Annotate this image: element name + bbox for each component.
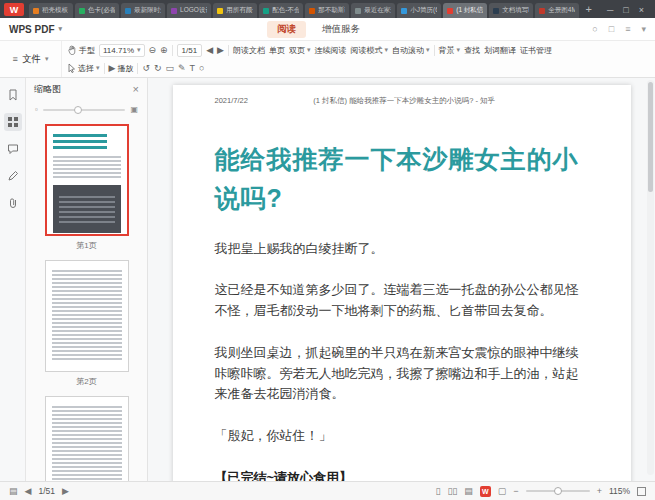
single-page-button[interactable]: 单页	[269, 45, 285, 56]
previous-page-icon[interactable]: ◀	[25, 487, 32, 496]
thumbnail-large-icon[interactable]: ▣	[130, 105, 138, 114]
play-button[interactable]: ▶ 播放	[109, 63, 134, 74]
zoom-slider[interactable]	[526, 490, 590, 492]
certificate-manager-button[interactable]: 证书管理	[520, 45, 552, 56]
two-page-view-icon[interactable]: ▯▯	[447, 487, 457, 496]
document-tab[interactable]: 色卡(必备的)	[75, 3, 119, 18]
tab-label: LOGO设计(1)	[180, 6, 207, 15]
single-page-view-icon[interactable]: ▯	[435, 487, 440, 496]
text-tool-icon[interactable]: T	[190, 64, 196, 73]
document-canvas[interactable]: 2021/7/22 (1 封私信) 能给我推荐一下本沙雕女主的小说吗? - 知乎…	[148, 78, 655, 481]
app-bar-actions: ○ □ ≡ ▾	[592, 24, 646, 34]
document-tab[interactable]: 最近在家这样	[351, 3, 395, 18]
thumbnail-page-3[interactable]	[45, 396, 129, 481]
vertical-scrollbar[interactable]	[647, 80, 654, 475]
thumbnail-page-2[interactable]	[45, 260, 129, 372]
chevron-down-icon: ▾	[45, 55, 49, 63]
paragraph: 这已经是不知道第多少回了。连端着三选一托盘的孙公公都见怪不怪，眉毛都没动一下地将…	[215, 280, 589, 322]
panel-close-button[interactable]: ×	[133, 84, 139, 95]
highlight-tool-icon[interactable]: ▭	[166, 64, 175, 73]
slider-knob[interactable]	[74, 106, 82, 114]
notification-icon[interactable]: ○	[592, 24, 597, 34]
tab-favicon	[33, 8, 39, 14]
document-tab[interactable]: LOGO设计(1)	[167, 3, 211, 18]
read-aloud-button[interactable]: 朗读文档	[233, 45, 265, 56]
tab-value-services[interactable]: 增值服务	[312, 21, 370, 38]
annotate-tool-icon[interactable]: ✎	[178, 64, 186, 73]
thumbnail-preview	[53, 154, 121, 180]
thumbnail-size-slider[interactable]	[43, 109, 126, 111]
document-tab[interactable]: 那不勒斯画廊	[305, 3, 349, 18]
document-tab[interactable]: 全景图4MPEG	[535, 3, 579, 18]
tab-favicon	[355, 8, 361, 14]
zoom-level-select[interactable]: 114.71% ▾	[99, 44, 145, 57]
layout-icon[interactable]: □	[609, 24, 614, 34]
document-tab[interactable]: 小J简历(6)	[397, 3, 441, 18]
translate-button[interactable]: 划词翻译	[484, 45, 516, 56]
next-page-icon[interactable]: ▶	[217, 46, 224, 55]
rotate-right-icon[interactable]: ↻	[154, 64, 162, 73]
scrollbar-thumb[interactable]	[648, 82, 653, 192]
close-button[interactable]: ×	[639, 5, 644, 15]
zoom-slider-knob[interactable]	[554, 487, 562, 495]
zoom-in-icon[interactable]: +	[597, 487, 602, 496]
document-tab[interactable]: 最新限时免费	[121, 3, 165, 18]
document-tab[interactable]: 稻壳模板	[29, 3, 73, 18]
find-button[interactable]: 查找	[464, 45, 480, 56]
thumbnails-panel: 缩略图 × ▫ ▣ 第1页 第2页	[26, 78, 148, 481]
wps-play-icon[interactable]: W	[480, 486, 491, 497]
app-menu[interactable]: WPS PDF ▾	[9, 24, 62, 35]
bookmarks-panel-button[interactable]	[4, 86, 22, 104]
signature-panel-button[interactable]	[4, 167, 22, 185]
document-tab[interactable]: 配色-不会配色	[259, 3, 303, 18]
page-header-title: (1 封私信) 能给我推荐一下本沙雕女主的小说吗? - 知乎	[248, 96, 589, 106]
more-menu-icon[interactable]: ≡	[625, 24, 630, 34]
previous-page-icon[interactable]: ◀	[206, 46, 213, 55]
document-tab[interactable]: 文档填写Fam	[489, 3, 533, 18]
continuous-view-icon[interactable]: ▤	[464, 487, 473, 496]
chevron-down-icon: ▾	[307, 46, 311, 54]
shape-tool-icon[interactable]: ○	[199, 64, 204, 73]
thumbnails-panel-button[interactable]	[4, 113, 22, 131]
new-tab-button[interactable]: +	[585, 4, 591, 15]
read-mode-button[interactable]: 阅读模式▾	[351, 45, 389, 56]
background-label: 背景	[439, 45, 455, 56]
document-tab[interactable]: 用所有颜色的	[213, 3, 257, 18]
pen-icon	[7, 170, 19, 182]
read-mode-icon[interactable]: ▢	[498, 487, 507, 496]
background-button[interactable]: 背景▾	[439, 45, 461, 56]
two-page-button[interactable]: 双页▾	[289, 45, 311, 56]
comments-panel-button[interactable]	[4, 140, 22, 158]
attachments-panel-button[interactable]	[4, 194, 22, 212]
page-number-box[interactable]: 1/51	[177, 44, 203, 57]
minimize-button[interactable]: ─	[607, 5, 613, 15]
zoom-out-icon[interactable]: −	[513, 487, 518, 496]
next-page-icon[interactable]: ▶	[62, 487, 69, 496]
thumbnail-page-1[interactable]	[45, 124, 129, 236]
collapse-ribbon-icon[interactable]: ▾	[641, 24, 646, 34]
fullscreen-icon[interactable]	[637, 487, 646, 496]
tab-reading[interactable]: 阅读	[267, 21, 306, 38]
hamburger-icon: ≡	[13, 55, 18, 64]
chevron-down-icon: ▾	[426, 46, 430, 54]
tab-favicon	[79, 8, 85, 14]
continuous-read-button[interactable]: 连续阅读	[315, 45, 347, 56]
zoom-out-icon[interactable]: ⊖	[149, 46, 157, 55]
auto-scroll-button[interactable]: 自动滚动▾	[392, 45, 430, 56]
select-tool-button[interactable]: 选择 ▾	[68, 63, 100, 74]
maximize-button[interactable]: □	[623, 5, 628, 15]
app-name-label: WPS PDF	[9, 24, 55, 35]
tab-label: 最近在家这样	[364, 6, 391, 15]
thumbnail-small-icon[interactable]: ▫	[35, 105, 38, 114]
document-tab-active[interactable]: (1 封私信) 能给我推荐一下本沙雕女主的小说吗? - 知乎	[443, 3, 487, 18]
hand-tool-button[interactable]: 手型	[68, 45, 95, 56]
tab-label: (1 封私信) 能给我推荐一下本沙雕女主的小说吗? - 知乎	[456, 6, 483, 15]
file-menu-button[interactable]: ≡ 文件 ▾	[0, 41, 62, 77]
page-grid-icon[interactable]: ▤	[9, 487, 18, 496]
tab-favicon	[171, 8, 177, 14]
thumbnail-preview	[52, 404, 122, 481]
thumbnail-size-control: ▫ ▣	[26, 101, 147, 118]
wps-logo[interactable]: W	[4, 3, 24, 16]
zoom-in-icon[interactable]: ⊕	[160, 46, 168, 55]
rotate-left-icon[interactable]: ↺	[142, 64, 150, 73]
